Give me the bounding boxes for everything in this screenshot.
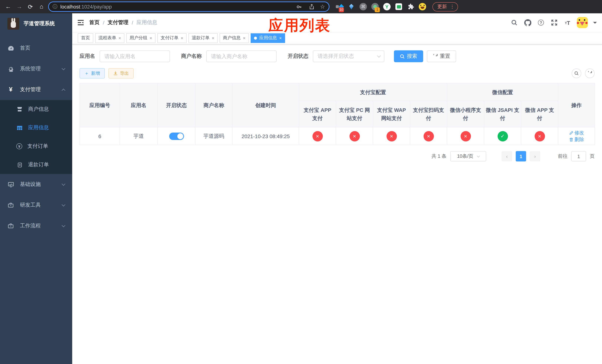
url-host: localhost <box>60 4 80 10</box>
sidebar-item-workflow[interactable]: 工作流程 <box>0 215 72 236</box>
close-icon[interactable]: × <box>212 35 214 41</box>
github-icon[interactable] <box>524 19 532 27</box>
fullscreen-icon[interactable] <box>550 19 558 27</box>
font-size-icon[interactable]: тT <box>563 19 572 27</box>
goto-page-input[interactable] <box>571 151 586 161</box>
search-icon[interactable] <box>510 19 518 27</box>
merchant-name-label: 商户名称 <box>181 53 202 60</box>
browser-home-icon[interactable]: ⌂ <box>37 2 46 11</box>
bookmark-star-icon[interactable]: ☆ <box>320 3 325 10</box>
next-page-button[interactable]: › <box>530 151 540 161</box>
command-extension-icon[interactable]: ⌘ <box>359 3 367 11</box>
col-wechat-jsapi: 微信 JSAPI 支付 <box>484 101 521 127</box>
sidebar-item-infra[interactable]: 基础设施 <box>0 174 72 195</box>
close-icon[interactable]: × <box>279 35 282 41</box>
breadcrumb-home[interactable]: 首页 <box>89 19 100 26</box>
grid-icon <box>16 124 23 131</box>
merchant-name-input[interactable] <box>206 50 277 62</box>
wechat-mini-status-icon <box>460 131 471 141</box>
current-page-button[interactable]: 1 <box>516 151 526 161</box>
chevron-down-icon <box>62 182 65 186</box>
password-key-icon[interactable] <box>295 3 303 11</box>
wechat-jsapi-status-icon <box>497 131 508 141</box>
navbar: 首页 / 支付管理 / 应用信息 ? <box>72 13 602 32</box>
toggle-search-button[interactable] <box>572 68 581 78</box>
tag-pay-order[interactable]: 支付订单× <box>157 33 187 43</box>
tag-home[interactable]: 首页 <box>78 33 93 43</box>
browser-update-button[interactable]: 更新 ⋮ <box>432 2 458 11</box>
tag-merchant-info[interactable]: 商户信息× <box>220 33 249 43</box>
search-button[interactable]: 搜索 <box>394 50 423 62</box>
sidebar-item-dev-tools[interactable]: 研发工具 <box>0 195 72 215</box>
export-button[interactable]: 导出 <box>108 68 134 78</box>
status-toggle[interactable] <box>169 132 184 140</box>
sidebar-item-label: 应用信息 <box>28 124 49 131</box>
cell-created: 2021-10-23 08:49:25 <box>232 127 299 145</box>
sidebar-item-label: 基础设施 <box>20 181 56 188</box>
share-icon[interactable] <box>308 3 316 11</box>
sidebar-item-refund-order[interactable]: 退款订单 <box>0 156 72 174</box>
col-actions: 操作 <box>558 83 595 127</box>
extensions-puzzle-icon[interactable] <box>407 3 415 11</box>
edit-link[interactable]: 修改 <box>569 129 584 136</box>
extension-squares-icon[interactable]: 10 <box>335 3 344 11</box>
kite-extension-icon[interactable] <box>347 3 355 11</box>
sidebar-item-payment[interactable]: ¥ 支付管理 <box>0 79 72 100</box>
sidebar-item-merchant-info[interactable]: 商户信息 <box>0 100 72 118</box>
close-icon[interactable]: × <box>118 35 121 41</box>
tag-user-group[interactable]: 用户分组× <box>126 33 155 43</box>
yen-icon: ¥ <box>7 86 14 93</box>
url-text[interactable]: localhost:1024/pay/app <box>60 4 292 10</box>
help-icon[interactable]: ? <box>537 19 545 27</box>
y-extension-icon[interactable]: Y <box>383 3 391 11</box>
close-icon[interactable]: × <box>243 35 246 41</box>
prev-page-button[interactable]: ‹ <box>502 151 512 161</box>
sidebar-fold-icon[interactable] <box>72 20 89 26</box>
add-button[interactable]: ＋ 新增 <box>80 68 105 78</box>
status-label: 开启状态 <box>288 53 308 60</box>
sidebar-item-app-info[interactable]: 应用信息 <box>0 118 72 137</box>
monitor-chart-icon <box>7 181 14 188</box>
sidebar-item-label: 系统管理 <box>20 65 56 72</box>
refresh-button[interactable] <box>585 68 595 78</box>
document-icon <box>16 161 23 168</box>
emoji-extension-icon[interactable] <box>418 3 427 11</box>
close-icon[interactable]: × <box>181 35 183 41</box>
extension-badge: 1 <box>375 7 380 12</box>
browser-reload-icon[interactable]: ⟳ <box>26 2 35 11</box>
sidebar-item-system[interactable]: 系统管理 <box>0 58 72 79</box>
sidebar-item-label: 研发工具 <box>20 202 56 208</box>
alipay-app-status-icon <box>312 131 323 141</box>
reset-button[interactable]: 重置 <box>427 50 456 62</box>
avatar-caret-icon[interactable] <box>593 22 597 25</box>
app-name-input[interactable] <box>100 50 170 62</box>
cell-app-id: 6 <box>80 127 120 145</box>
page-size-select[interactable]: 10条/页 <box>450 151 486 161</box>
col-created: 创建时间 <box>232 83 299 127</box>
site-info-icon[interactable]: ⓘ <box>53 3 57 10</box>
cell-app-name: 芋道 <box>120 127 158 145</box>
col-alipay-pc: 支付宝 PC 网站支付 <box>336 101 373 127</box>
chat-extension-icon[interactable] <box>395 3 403 11</box>
status-dot-extension-icon[interactable]: 1 <box>371 3 379 11</box>
close-icon[interactable]: × <box>150 35 152 41</box>
breadcrumb-current: 应用信息 <box>137 19 157 26</box>
sidebar-item-label: 支付订单 <box>27 143 48 150</box>
browser-forward-icon[interactable]: → <box>15 2 24 11</box>
tags-view: 首页 流程表单× 用户分组× 支付订单× 退款订单× 商户信息× 应用信息× <box>72 32 602 44</box>
breadcrumb-payment[interactable]: 支付管理 <box>108 19 129 26</box>
delete-link[interactable]: 删除 <box>569 136 584 143</box>
browser-back-icon[interactable]: ← <box>4 2 13 11</box>
avatar[interactable] <box>577 17 588 28</box>
sidebar-item-pay-order[interactable]: ¥ 支付订单 <box>0 137 72 156</box>
tag-refund-order[interactable]: 退款订单× <box>188 33 218 43</box>
goto-label: 前往 <box>558 153 568 160</box>
sidebar-item-home[interactable]: 首页 <box>0 38 72 58</box>
tag-process-form[interactable]: 流程表单× <box>95 33 124 43</box>
breadcrumb-separator: / <box>103 20 104 26</box>
app-logo-row[interactable]: 芋道管理系统 <box>0 13 72 34</box>
browser-menu-icon[interactable]: ⋮ <box>450 4 455 9</box>
address-bar[interactable]: ⓘ localhost:1024/pay/app ☆ <box>48 1 330 12</box>
status-select[interactable]: 请选择开启状态 <box>313 50 384 62</box>
annotation-title: 应用列表 <box>269 15 331 36</box>
